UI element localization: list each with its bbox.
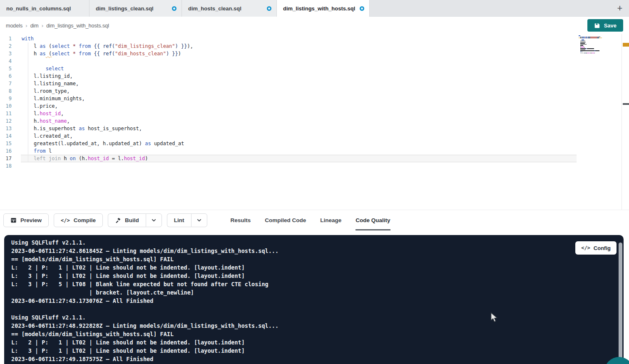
result-tab-code-quality[interactable]: Code Quality xyxy=(356,210,390,230)
line-number: 3 xyxy=(0,50,21,57)
code-line-text: h as (select * from {{ ref("dim_hosts_cl… xyxy=(21,50,577,57)
breadcrumb-item[interactable]: models xyxy=(6,23,22,29)
minimap-line xyxy=(579,41,602,42)
code-line[interactable]: 18 xyxy=(0,162,577,170)
code-line[interactable]: 17 left join h on (h.host_id = l.host_id… xyxy=(0,155,577,162)
indent-guide xyxy=(28,42,28,162)
config-button[interactable]: </> Config xyxy=(575,241,617,255)
terminal-line: L: 2 | P: 1 | LT02 | Line should not be … xyxy=(4,338,624,347)
config-button-label: Config xyxy=(594,245,611,251)
new-tab-button[interactable]: + xyxy=(611,0,629,16)
breadcrumb-item[interactable]: dim_listings_with_hosts.sql xyxy=(46,23,109,29)
terminal-line: Using SQLFluff v2.1.1. xyxy=(4,313,624,322)
compile-button[interactable]: </> Compile xyxy=(54,213,103,227)
code-line[interactable]: 3 h as (select * from {{ ref("dim_hosts_… xyxy=(0,50,577,57)
lint-button-label: Lint xyxy=(174,217,184,223)
code-lines: 1with2 l as (select * from {{ ref("dim_l… xyxy=(0,35,577,170)
code-line[interactable]: 8 l.room_type, xyxy=(0,87,577,95)
build-button[interactable]: Build xyxy=(108,213,146,227)
code-line[interactable]: 7 l.listing_name, xyxy=(0,80,577,87)
line-number: 1 xyxy=(0,35,21,42)
code-line[interactable]: 12 h.host_name, xyxy=(0,117,577,125)
chevron-down-icon xyxy=(196,218,202,223)
file-tabs: no_nulls_in_columns.sqldim_listings_clea… xyxy=(0,0,370,16)
breadcrumb-separator: › xyxy=(42,22,43,29)
minimap-line xyxy=(579,47,602,48)
terminal-line: 2023-06-06T11:27:49.187575Z — All Finish… xyxy=(4,355,624,363)
terminal-scrollbar[interactable] xyxy=(619,243,622,364)
minimap[interactable] xyxy=(579,35,602,55)
build-dropdown-button[interactable] xyxy=(146,213,162,227)
code-line-text: h.is_superhost as host_is_superhost, xyxy=(21,125,577,132)
breadcrumb-separator: › xyxy=(25,22,27,29)
line-number: 12 xyxy=(0,117,21,125)
file-tab[interactable]: dim_listings_with_hosts.sql xyxy=(277,0,370,17)
result-tab-compiled-code[interactable]: Compiled Code xyxy=(265,210,306,230)
code-line[interactable]: 2 l as (select * from {{ ref("dim_listin… xyxy=(0,42,577,50)
code-line[interactable]: 11 l.host_id, xyxy=(0,110,577,117)
minimap-line xyxy=(579,53,602,54)
code-icon: </> xyxy=(581,245,590,251)
scrollbar-lint-marker xyxy=(623,43,629,47)
minimap-line xyxy=(579,52,602,52)
code-line[interactable]: 6 l.listing_id, xyxy=(0,72,577,80)
file-tab[interactable]: dim_listings_clean.sql xyxy=(90,0,182,17)
code-line[interactable]: 14 l.created_at, xyxy=(0,132,577,140)
line-number: 10 xyxy=(0,102,21,110)
code-line[interactable]: 13 h.is_superhost as host_is_superhost, xyxy=(0,125,577,132)
terminal-line: 2023-06-06T11:27:43.173076Z — All Finish… xyxy=(4,297,624,305)
minimap-line xyxy=(579,50,602,50)
floppy-icon xyxy=(594,22,600,29)
file-tab[interactable]: dim_hosts_clean.sql xyxy=(182,0,277,17)
code-line-text: l.listing_id, xyxy=(21,72,577,80)
save-button[interactable]: Save xyxy=(587,19,623,32)
breadcrumb-bar: models›dim›dim_listings_with_hosts.sql S… xyxy=(0,17,629,34)
lint-button[interactable]: Lint xyxy=(167,213,191,227)
code-line[interactable]: 9 l.minimum_nights, xyxy=(0,95,577,102)
code-line[interactable]: 5 select xyxy=(0,65,577,72)
code-line[interactable]: 4 xyxy=(0,57,577,65)
unsaved-indicator-icon xyxy=(267,6,271,11)
code-line-text: l.price, xyxy=(21,102,577,110)
code-line-text: l.minimum_nights, xyxy=(21,95,577,102)
build-button-group: Build xyxy=(108,213,162,227)
line-number: 17 xyxy=(0,155,21,162)
code-line-text: l.host_id, xyxy=(21,110,577,117)
action-bar: Preview </> Compile Build L xyxy=(0,210,629,230)
code-line[interactable]: 15 greatest(l.updated_at, h.updated_at) … xyxy=(0,140,577,147)
code-line-text: select xyxy=(21,65,577,72)
code-line-text: greatest(l.updated_at, h.updated_at) as … xyxy=(21,140,577,147)
terminal-panel: Using SQLFluff v2.1.1.2023-06-06T11:27:4… xyxy=(4,235,624,364)
table-icon xyxy=(10,217,17,223)
file-tab-label: no_nulls_in_columns.sql xyxy=(6,5,71,12)
result-tab-lineage[interactable]: Lineage xyxy=(320,210,341,230)
code-line-text: from l xyxy=(21,147,577,155)
code-line[interactable]: 10 l.price, xyxy=(0,102,577,110)
minimap-line xyxy=(579,37,602,37)
terminal-line: L: 3 | P: 1 | LT02 | Line should not be … xyxy=(4,347,624,355)
terminal-line: L: 3 | P: 1 | LT02 | Line should not be … xyxy=(4,272,624,280)
lint-button-group: Lint xyxy=(167,213,207,227)
minimap-line xyxy=(579,48,602,49)
code-line[interactable]: 16 from l xyxy=(0,147,577,155)
code-editor[interactable]: 1with2 l as (select * from {{ ref("dim_l… xyxy=(0,34,629,210)
minimap-line xyxy=(579,46,602,47)
terminal-line: L: 2 | P: 1 | LT02 | Line should not be … xyxy=(4,263,624,272)
lint-dropdown-button[interactable] xyxy=(191,213,207,227)
preview-button[interactable]: Preview xyxy=(3,213,49,227)
breadcrumb-item[interactable]: dim xyxy=(30,23,39,29)
line-number: 2 xyxy=(0,42,21,50)
file-tab[interactable]: no_nulls_in_columns.sql xyxy=(0,0,90,17)
result-tab-results[interactable]: Results xyxy=(231,210,251,230)
minimap-line xyxy=(579,44,602,45)
code-line[interactable]: 1with xyxy=(0,35,577,42)
minimap-line xyxy=(579,50,602,51)
code-line-text: l.created_at, xyxy=(21,132,577,140)
code-line-text: l.room_type, xyxy=(21,87,577,95)
terminal-line: == [models/dim/dim_listings_with_hosts.s… xyxy=(4,330,624,338)
terminal-line: 2023-06-06T11:27:42.861845Z — Linting mo… xyxy=(4,247,624,255)
line-number: 9 xyxy=(0,95,21,102)
terminal-line: == [models/dim/dim_listings_with_hosts.s… xyxy=(4,255,624,263)
minimap-line xyxy=(579,37,602,38)
terminal-line xyxy=(4,305,624,313)
